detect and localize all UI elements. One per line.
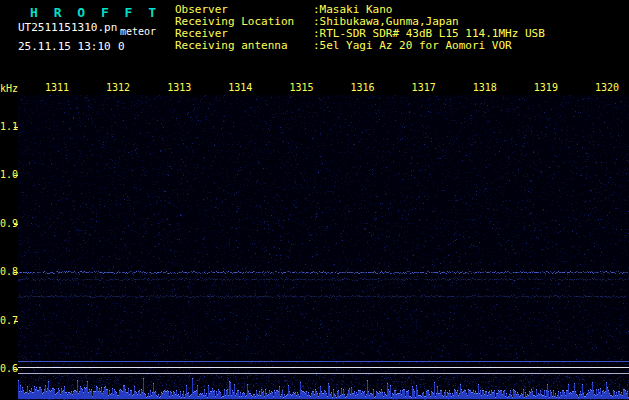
x-tick-label: 1319 — [534, 82, 558, 93]
x-tick-label: 1320 — [595, 82, 619, 93]
app-title: H R O F F T — [30, 5, 160, 20]
x-tick-label: 1312 — [106, 82, 130, 93]
x-tick-label: 1317 — [412, 82, 436, 93]
y-axis-unit: kHz — [0, 83, 18, 94]
station-info: Observer:Masaki KanoReceiving Location:S… — [175, 4, 545, 52]
filename: UT2511151310.pn — [18, 21, 117, 34]
hrofft-screen: H R O F F T UT2511151310.pn meteor 25.11… — [0, 0, 629, 400]
x-tick-label: 1316 — [351, 82, 375, 93]
spectrogram-canvas — [18, 95, 629, 400]
x-tick-label: 1315 — [289, 82, 313, 93]
x-tick-label: 1318 — [473, 82, 497, 93]
info-value: :5el Yagi Az 20 for Aomori VOR — [313, 39, 512, 52]
echo-count: 0 — [118, 40, 125, 53]
x-tick-label: 1314 — [228, 82, 252, 93]
info-row: Receiving antenna:5el Yagi Az 20 for Aom… — [175, 40, 545, 52]
x-tick-label: 1311 — [45, 82, 69, 93]
mode-label: meteor — [120, 26, 156, 37]
info-label: Receiving antenna — [175, 40, 313, 52]
datetime: 25.11.15 13:10 — [18, 40, 111, 53]
x-tick-label: 1313 — [167, 82, 191, 93]
